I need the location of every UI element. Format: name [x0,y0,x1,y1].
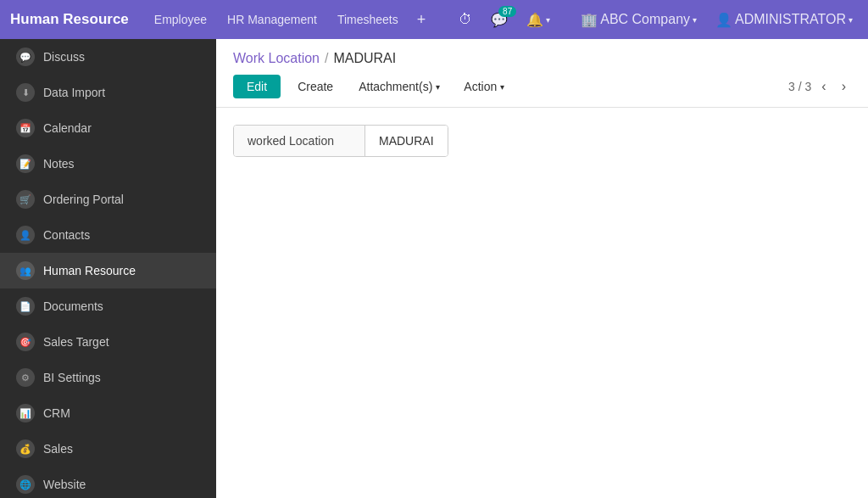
discuss-icon: 💬 [16,48,35,66]
action-dropdown[interactable]: Action ▾ [455,75,513,98]
create-button[interactable]: Create [287,75,343,98]
company-caret: ▾ [693,15,697,25]
sidebar-label-bi-settings: BI Settings [43,371,101,384]
sidebar-item-sales-target[interactable]: 🎯 Sales Target [0,324,216,360]
sidebar-label-crm: CRM [43,406,70,420]
sidebar-label-discuss: Discuss [43,50,85,64]
attachments-dropdown[interactable]: Attachment(s) ▾ [350,75,448,98]
documents-icon: 📄 [16,297,35,316]
sales-target-icon: 🎯 [16,333,35,351]
sidebar-item-calendar[interactable]: 📅 Calendar [0,110,216,146]
user-caret: ▾ [849,15,853,25]
bell-icon-btn[interactable]: 🔔 ▾ [521,8,555,31]
toolbar: Edit Create Attachment(s) ▾ Action ▾ 3 /… [233,75,851,107]
human-resource-icon: 👥 [16,261,35,280]
nav-links: Employee HR Management Timesheets + [146,8,453,32]
sidebar-item-notes[interactable]: 📝 Notes [0,146,216,182]
form-card: worked Location MADURAI [233,125,448,157]
edit-button[interactable]: Edit [233,75,281,98]
crm-icon: 📊 [16,404,35,422]
bell-caret: ▾ [546,15,550,25]
sales-icon: 💰 [16,439,35,458]
field-value[interactable]: MADURAI [365,126,448,156]
calendar-icon: 📅 [16,119,35,137]
main-body: 💬 Discuss ⬇ Data Import 📅 Calendar 📝 Not… [0,39,868,498]
sidebar-label-website: Website [43,478,86,491]
action-caret: ▾ [500,82,504,92]
company-btn[interactable]: 🏢 ABC Company ▾ [576,8,702,31]
sidebar-item-crm[interactable]: 📊 CRM [0,395,216,431]
sidebar-label-documents: Documents [43,299,103,313]
nav-right: ⏱ 💬 87 🔔 ▾ 🏢 ABC Company ▾ 👤 ADMINISTRAT… [453,8,858,31]
company-label: ABC Company [600,12,690,27]
sidebar-item-discuss[interactable]: 💬 Discuss [0,39,216,75]
nav-employee[interactable]: Employee [146,8,215,31]
app-brand: Human Resource [10,11,129,28]
clock-icon-btn[interactable]: ⏱ [453,8,477,31]
sidebar-label-notes: Notes [43,157,75,171]
breadcrumb-link[interactable]: Work Location [233,51,320,66]
sidebar-item-data-import[interactable]: ⬇ Data Import [0,75,216,110]
notes-icon: 📝 [16,154,35,173]
sidebar-label-sales: Sales [43,442,73,456]
sidebar-label-ordering-portal: Ordering Portal [43,193,124,206]
sidebar-label-calendar: Calendar [43,121,92,135]
pagination: 3 / 3 ‹ › [788,77,851,96]
content-area: Work Location / MADURAI Edit Create Atta… [216,39,868,498]
breadcrumb: Work Location / MADURAI [233,51,851,66]
sidebar-item-website[interactable]: 🌐 Website [0,467,216,498]
chat-badge: 87 [498,6,516,17]
sidebar-item-bi-settings[interactable]: ⚙ BI Settings [0,360,216,395]
sidebar-label-sales-target: Sales Target [43,335,109,349]
nav-timesheets[interactable]: Timesheets [329,8,407,31]
sidebar-item-ordering-portal[interactable]: 🛒 Ordering Portal [0,182,216,217]
content-header: Work Location / MADURAI Edit Create Atta… [216,39,868,108]
pagination-prev[interactable]: ‹ [816,77,831,96]
user-btn[interactable]: 👤 ADMINISTRATOR ▾ [710,8,858,31]
pagination-display: 3 / 3 [788,80,811,93]
data-import-icon: ⬇ [16,83,35,102]
sidebar-label-human-resource: Human Resource [43,264,136,277]
chat-icon-btn[interactable]: 💬 87 [486,8,513,31]
field-label: worked Location [234,126,365,156]
sidebar-label-contacts: Contacts [43,228,90,242]
contacts-icon: 👤 [16,226,35,244]
user-label: ADMINISTRATOR [735,12,846,27]
sidebar-label-data-import: Data Import [43,86,105,99]
breadcrumb-current: MADURAI [333,51,396,66]
sidebar-item-sales[interactable]: 💰 Sales [0,431,216,467]
attachments-caret: ▾ [436,82,440,92]
pagination-next[interactable]: › [837,77,851,96]
sidebar-item-human-resource[interactable]: 👥 Human Resource [0,253,216,288]
nav-hr-management[interactable]: HR Management [219,8,326,31]
bi-settings-icon: ⚙ [16,368,35,387]
sidebar: 💬 Discuss ⬇ Data Import 📅 Calendar 📝 Not… [0,39,216,498]
action-label: Action [464,80,497,93]
form-area: worked Location MADURAI [216,108,868,498]
nav-plus[interactable]: + [410,8,433,32]
website-icon: 🌐 [16,475,35,494]
top-navigation: Human Resource Employee HR Management Ti… [0,0,868,39]
sidebar-item-documents[interactable]: 📄 Documents [0,288,216,324]
attachments-label: Attachment(s) [359,80,432,93]
breadcrumb-separator: / [325,51,328,66]
sidebar-item-contacts[interactable]: 👤 Contacts [0,217,216,253]
ordering-portal-icon: 🛒 [16,190,35,209]
